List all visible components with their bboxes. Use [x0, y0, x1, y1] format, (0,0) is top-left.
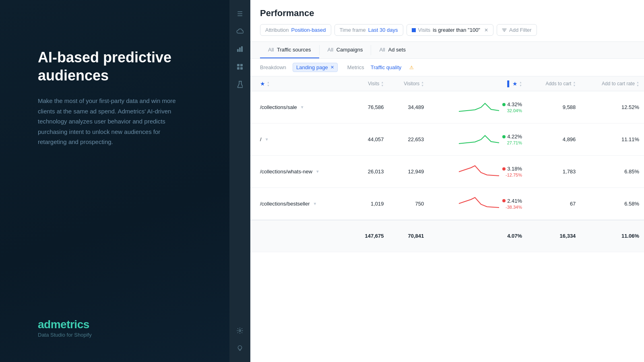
- breakdown-tag-close[interactable]: ✕: [330, 65, 334, 70]
- cell-rate-2: 6.85%: [580, 156, 644, 188]
- landing-page-text: /collections/whats-new: [260, 169, 312, 175]
- cell-adds-3: 67: [527, 188, 580, 220]
- svg-rect-3: [237, 64, 239, 66]
- add-filter-label: Add Filter: [509, 27, 532, 33]
- logo-area: admetrics Data Studio for Shopify: [38, 318, 205, 346]
- expand-icon[interactable]: ▼: [313, 202, 317, 206]
- metrics-warn-icon: ⚠: [409, 65, 414, 70]
- table-row: / ▼ 44,057 22,653 4.22% 27.71% 4,896 11.…: [250, 123, 644, 156]
- performance-header: Performance Attribution Position-based T…: [250, 0, 644, 42]
- cell-cvr-2: 3.18% -12.75%: [429, 156, 527, 188]
- tab-traffic-sources[interactable]: All Traffic sources: [260, 42, 319, 58]
- cell-cvr-1: 4.22% 27.71%: [429, 123, 527, 156]
- sort-arrows-landing[interactable]: ▲ ▼: [267, 81, 270, 87]
- col-landing-page: ★ ▲ ▼: [250, 76, 350, 91]
- totals-label: [250, 220, 350, 252]
- cell-rate-3: 6.58%: [580, 188, 644, 220]
- timeframe-filter[interactable]: Time frame Last 30 days: [334, 24, 403, 36]
- cell-adds-0: 9,588: [527, 91, 580, 123]
- landing-page-text: /collections/bestseller: [260, 201, 310, 207]
- svg-rect-5: [237, 67, 239, 70]
- cell-landing-1: / ▼: [250, 123, 350, 156]
- attribution-filter[interactable]: Attribution Position-based: [260, 24, 331, 36]
- svg-point-8: [239, 330, 241, 332]
- left-content: AI-based predictive audiences Make the m…: [38, 16, 205, 147]
- col-adds-to-cart: Adds to cart ▲ ▼: [527, 76, 580, 91]
- cvr-value: 4.32%: [507, 101, 522, 107]
- sort-arrows-adds[interactable]: ▲ ▼: [573, 81, 576, 87]
- breakdown-tag-text: Landing page: [296, 64, 328, 70]
- cvr-indicator: [502, 135, 506, 138]
- widgets-icon[interactable]: [233, 60, 247, 74]
- grid-chart-icon[interactable]: [233, 42, 247, 56]
- svg-rect-4: [240, 64, 243, 66]
- cell-visitors-1: 22,653: [389, 123, 429, 156]
- add-filter-button[interactable]: Add Filter: [497, 24, 537, 36]
- table-row: /collections/whats-new ▼ 26,013 12,949 3…: [250, 156, 644, 188]
- flask-icon[interactable]: [233, 77, 247, 92]
- timeframe-value: Last 30 days: [368, 27, 398, 33]
- tab-ad-sets[interactable]: All Ad sets: [371, 42, 413, 58]
- cvr-change: 32.04%: [507, 108, 522, 113]
- tab-ad-sets-all: All: [379, 47, 385, 53]
- cvr-change: 27.71%: [507, 140, 522, 145]
- cell-landing-3: /collections/bestseller ▼: [250, 188, 350, 220]
- visits-label: Visits: [418, 27, 431, 33]
- hero-title: AI-based predictive audiences: [38, 48, 205, 84]
- cvr-value: 3.18%: [507, 166, 522, 172]
- expand-icon[interactable]: ▼: [300, 105, 304, 109]
- totals-cvr: 4.07%: [429, 220, 527, 252]
- svg-rect-1: [239, 47, 241, 52]
- svg-rect-2: [241, 46, 243, 52]
- sort-arrows-visits[interactable]: ▲ ▼: [381, 81, 384, 87]
- tabs-row: All Traffic sources All Campaigns All Ad…: [250, 42, 644, 59]
- tab-campaigns-all: All: [328, 47, 333, 53]
- cell-rate-1: 11.11%: [580, 123, 644, 156]
- totals-visitors: 70,841: [389, 220, 429, 252]
- star-header-icon[interactable]: ★: [260, 80, 265, 87]
- metrics-value[interactable]: Traffic quality: [371, 64, 402, 70]
- sort-arrows-rate[interactable]: ▲ ▼: [636, 81, 639, 87]
- bulb-icon[interactable]: [233, 341, 247, 356]
- breakdown-tag[interactable]: Landing page ✕: [293, 63, 338, 72]
- settings-icon[interactable]: [233, 323, 247, 338]
- filter-row: Attribution Position-based Time frame La…: [260, 24, 634, 36]
- svg-rect-6: [240, 67, 243, 70]
- table-row: /collections/bestseller ▼ 1,019 750 2.41…: [250, 188, 644, 220]
- totals-visits: 147,675: [350, 220, 389, 252]
- totals-rate: 11.06%: [580, 220, 644, 252]
- visits-filter-close[interactable]: ✕: [484, 27, 488, 33]
- sort-arrows-cvr[interactable]: ▲ ▼: [519, 81, 522, 87]
- cell-landing-2: /collections/whats-new ▼: [250, 156, 350, 188]
- col-cvr: ▐ ★ ▲ ▼: [429, 76, 527, 91]
- timeframe-label: Time frame: [340, 27, 366, 33]
- expand-icon[interactable]: ▼: [265, 137, 269, 142]
- tab-campaigns-name: Campaigns: [336, 47, 363, 53]
- tab-campaigns[interactable]: All Campaigns: [320, 42, 371, 58]
- table-header-row: ★ ▲ ▼ Visits ▲ ▼: [250, 76, 644, 91]
- totals-row: 147,675 70,841 4.07% 16,334 11.06%: [250, 220, 644, 252]
- logo-name: admetrics: [38, 318, 205, 331]
- left-panel: AI-based predictive audiences Make the m…: [0, 0, 229, 362]
- attribution-value: Position-based: [291, 27, 326, 33]
- visits-color-square: [412, 28, 416, 32]
- data-table-wrapper: ★ ▲ ▼ Visits ▲ ▼: [250, 76, 644, 362]
- cvr-change: -12.75%: [506, 173, 522, 177]
- star-cvr-icon[interactable]: ★: [512, 80, 518, 87]
- landing-page-text: /collections/sale: [260, 104, 297, 110]
- expand-icon[interactable]: ▼: [316, 169, 320, 174]
- col-add-to-cart-rate: Add to cart rate ▲ ▼: [580, 76, 644, 91]
- cvr-indicator: [502, 103, 506, 106]
- cell-visitors-3: 750: [389, 188, 429, 220]
- cell-visits-3: 1,019: [350, 188, 389, 220]
- sort-arrows-visitors[interactable]: ▲ ▼: [421, 81, 424, 87]
- cvr-indicator: [502, 167, 506, 171]
- menu-icon[interactable]: ☰: [233, 6, 247, 21]
- cell-visits-2: 26,013: [350, 156, 389, 188]
- col-visits: Visits ▲ ▼: [350, 76, 389, 91]
- bar-chart-icon: ▐: [505, 80, 509, 87]
- visits-filter[interactable]: Visits is greater than "100" ✕: [407, 24, 493, 36]
- cell-rate-0: 12.52%: [580, 91, 644, 123]
- cloud-icon[interactable]: [233, 24, 247, 39]
- cell-cvr-3: 2.41% -38.34%: [429, 188, 527, 220]
